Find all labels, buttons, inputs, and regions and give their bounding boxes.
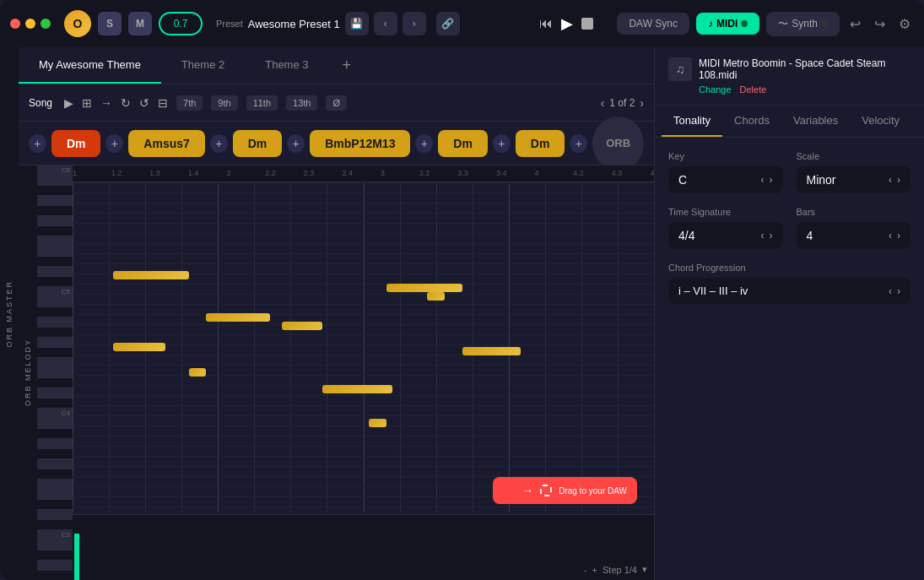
piano-key-G#2[interactable] (37, 571, 73, 580)
piano-key-G4[interactable] (37, 338, 73, 348)
chord-pill-1[interactable]: Amsus7 (128, 130, 204, 157)
piano-key-F4[interactable] (37, 358, 73, 368)
tempo-display[interactable]: 0.7 (159, 12, 203, 35)
export-button[interactable]: → (100, 96, 112, 110)
scale-next-icon[interactable]: › (897, 174, 900, 186)
drag-tooltip[interactable]: → Drag to your DAW (493, 477, 637, 504)
piano-key-E4[interactable] (37, 368, 73, 378)
pattern-view-button[interactable]: ⊞ (82, 96, 92, 110)
piano-key-D3[interactable] (37, 510, 73, 520)
note-block-9[interactable] (462, 347, 521, 355)
add-chord-button-6[interactable]: + (570, 134, 587, 153)
note-block-2[interactable] (189, 368, 207, 377)
key-control[interactable]: C ‹ › (668, 166, 783, 193)
add-chord-button-2[interactable]: + (210, 134, 228, 153)
step-dropdown-icon[interactable]: ▾ (642, 564, 647, 575)
tab-chords[interactable]: Chords (722, 106, 781, 137)
piano-roll[interactable]: 11.21.31.422.22.32.433.23.33.444.24.34.4… (73, 165, 654, 580)
piano-key-A#4[interactable] (37, 307, 73, 317)
maximize-button[interactable] (41, 19, 51, 29)
add-chord-button-5[interactable]: + (493, 134, 511, 153)
skip-back-button[interactable]: ⏮ (539, 16, 553, 31)
piano-key-F#4[interactable] (37, 348, 73, 358)
step-minus-button[interactable]: - (584, 565, 587, 575)
piano-key-F#3[interactable] (37, 469, 73, 480)
theme-tab-3[interactable]: Theme 3 (245, 47, 328, 84)
delete-midi-button[interactable]: Delete (740, 84, 767, 95)
piano-key-A#2[interactable] (37, 550, 73, 561)
piano-key-E5[interactable] (37, 247, 73, 257)
note-block-6[interactable] (369, 419, 386, 427)
piano-key-C#4[interactable] (37, 398, 73, 409)
piano-key-G#5[interactable] (37, 206, 73, 216)
piano-key-F3[interactable] (37, 480, 73, 490)
piano-key-A2[interactable] (37, 561, 73, 571)
settings-button[interactable]: ⚙ (895, 13, 914, 35)
piano-key-A5[interactable] (37, 196, 73, 206)
piano-key-C6[interactable]: C6 (37, 165, 73, 176)
chord-prog-prev-icon[interactable]: ‹ (889, 285, 892, 297)
prev-preset-button[interactable]: ‹ (374, 12, 397, 35)
theme-tab-1[interactable]: My Awesome Theme (19, 47, 161, 84)
prev-page-button[interactable]: ‹ (601, 96, 605, 110)
change-midi-button[interactable]: Change (699, 84, 732, 95)
piano-key-D5[interactable] (37, 267, 73, 277)
piano-key-B5[interactable] (37, 176, 73, 186)
piano-key-F#5[interactable] (37, 226, 73, 236)
logo-icon[interactable]: O (64, 10, 91, 37)
chord-pill-2[interactable]: Dm (233, 130, 283, 157)
save-preset-button[interactable]: 💾 (345, 12, 369, 35)
step-plus-button[interactable]: + (592, 565, 597, 575)
key-prev-icon[interactable]: ‹ (761, 174, 765, 186)
chord-pill-3[interactable]: BmbP12M13 (310, 130, 410, 157)
note-block-4[interactable] (282, 322, 322, 330)
tab-velocity[interactable]: Velocity (850, 106, 911, 137)
piano-key-C#3[interactable] (37, 520, 73, 530)
synth-button[interactable]: 〜 Synth (766, 12, 840, 36)
piano-key-A4[interactable] (37, 317, 73, 328)
piano-key-A#5[interactable] (37, 186, 73, 196)
m-button[interactable]: M (128, 12, 152, 35)
note-block-8[interactable] (427, 292, 445, 301)
interval-13th-button[interactable]: 13th (286, 95, 317, 111)
next-preset-button[interactable]: › (403, 12, 426, 35)
piano-key-F5[interactable] (37, 236, 73, 247)
piano-key-B4[interactable] (37, 297, 73, 307)
timesig-next-icon[interactable]: › (770, 230, 773, 241)
scale-prev-icon[interactable]: ‹ (889, 174, 892, 186)
song-play-button[interactable]: ▶ (64, 96, 73, 110)
note-block-3[interactable] (206, 313, 270, 322)
scale-nav[interactable]: ‹ › (889, 174, 900, 186)
theme-tab-2[interactable]: Theme 2 (161, 47, 245, 84)
piano-key-G#4[interactable] (37, 328, 73, 338)
timesig-nav[interactable]: ‹ › (761, 230, 773, 241)
piano-key-C3[interactable]: C3 (37, 530, 73, 540)
chord-pill-0[interactable]: Dm (51, 130, 101, 157)
piano-key-G#3[interactable] (37, 449, 73, 459)
timesig-control[interactable]: 4/4 ‹ › (668, 222, 783, 249)
play-button[interactable]: ▶ (561, 14, 573, 33)
piano-key-G5[interactable] (37, 216, 73, 226)
piano-key-E3[interactable] (37, 490, 73, 500)
piano-key-G3[interactable] (37, 459, 73, 469)
link-button[interactable]: 🔗 (436, 12, 460, 35)
s-button[interactable]: S (98, 12, 122, 35)
scale-control[interactable]: Minor ‹ › (797, 166, 911, 193)
piano-key-C#5[interactable] (37, 277, 73, 287)
chord-mode-button[interactable]: ↺ (139, 96, 149, 110)
note-block-0[interactable] (113, 271, 189, 279)
chord-pill-4[interactable]: Dm (438, 130, 488, 157)
bars-nav[interactable]: ‹ › (889, 230, 900, 241)
bars-control[interactable]: 4 ‹ › (797, 222, 911, 249)
interval-9th-button[interactable]: 9th (211, 95, 237, 111)
timesig-prev-icon[interactable]: ‹ (761, 230, 765, 241)
note-block-7[interactable] (386, 284, 462, 292)
piano-key-D#4[interactable] (37, 378, 73, 388)
chord-pill-5[interactable]: Dm (516, 130, 565, 157)
piano-key-B3[interactable] (37, 419, 73, 429)
orb-circle[interactable]: ORB (592, 117, 644, 171)
add-theme-button[interactable]: + (329, 57, 365, 74)
tab-variables[interactable]: Variables (781, 106, 850, 137)
grid-button[interactable]: ⊟ (158, 96, 168, 110)
add-chord-button-0[interactable]: + (29, 134, 46, 153)
